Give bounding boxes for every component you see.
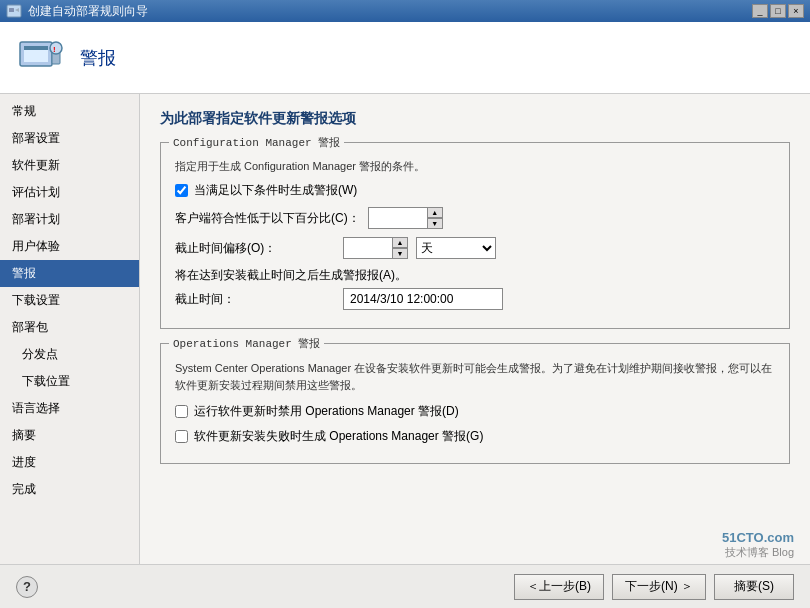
ops-group-desc: System Center Operations Manager 在设备安装软件…: [175, 360, 775, 393]
close-button[interactable]: ×: [788, 4, 804, 18]
content-area: 常规 部署设置 软件更新 评估计划 部署计划 用户体验 警报 下载设置 部署包 …: [0, 94, 810, 564]
generate-after-row: 将在达到安装截止时间之后生成警报报(A)。: [175, 267, 775, 284]
dialog: ! 警报 常规 部署设置 软件更新 评估计划 部署计划 用户体验 警报 下载设置…: [0, 22, 810, 608]
deadline-label: 截止时间：: [175, 291, 335, 308]
svg-rect-1: [9, 8, 14, 12]
client-compliance-input[interactable]: 90: [368, 207, 428, 229]
deadline-offset-input[interactable]: 7: [343, 237, 393, 259]
summary-button[interactable]: 摘要(S): [714, 574, 794, 600]
nav-eval-plan[interactable]: 评估计划: [0, 179, 139, 206]
next-button[interactable]: 下一步(N) ＞: [612, 574, 706, 600]
dialog-header: ! 警报: [0, 22, 810, 94]
header-icon: !: [16, 34, 64, 82]
nav-user-experience[interactable]: 用户体验: [0, 233, 139, 260]
ops-disable-label: 运行软件更新时禁用 Operations Manager 警报(D): [194, 403, 459, 420]
right-panel: 为此部署指定软件更新警报选项 Configuration Manager 警报 …: [140, 94, 810, 564]
nav-software-updates[interactable]: 软件更新: [0, 152, 139, 179]
title-bar-buttons: _ □ ×: [752, 4, 804, 18]
footer-right: ＜上一步(B) 下一步(N) ＞ 摘要(S): [514, 574, 794, 600]
deadline-offset-row: 截止时间偏移(O)： 7 ▲ ▼ 天 小时: [175, 237, 775, 259]
deadline-offset-spinner-btns: ▲ ▼: [392, 237, 408, 259]
ops-checkbox1-row: 运行软件更新时禁用 Operations Manager 警报(D): [175, 403, 775, 420]
title-bar-title: 创建自动部署规则向导: [28, 3, 148, 20]
cm-alert-group: Configuration Manager 警报 指定用于生成 Configur…: [160, 142, 790, 329]
deadline-offset-spinner: 7 ▲ ▼: [343, 237, 408, 259]
svg-rect-4: [24, 46, 48, 50]
cm-generate-checkbox[interactable]: [175, 184, 188, 197]
deadline-offset-up[interactable]: ▲: [392, 237, 408, 248]
dialog-footer: ? ＜上一步(B) 下一步(N) ＞ 摘要(S): [0, 564, 810, 608]
ops-alert-group: Operations Manager 警报 System Center Oper…: [160, 343, 790, 464]
nav-alerts[interactable]: 警报: [0, 260, 139, 287]
nav-distribution-points[interactable]: 分发点: [0, 341, 139, 368]
back-button[interactable]: ＜上一步(B): [514, 574, 604, 600]
ops-generate-on-fail-checkbox[interactable]: [175, 430, 188, 443]
wizard-icon: [6, 3, 22, 19]
nav-deploy-plan[interactable]: 部署计划: [0, 206, 139, 233]
nav-deploy-package[interactable]: 部署包: [0, 314, 139, 341]
nav-deploy-settings[interactable]: 部署设置: [0, 125, 139, 152]
deadline-datetime: 2014/3/10 12:00:00: [343, 288, 503, 310]
cm-generate-label: 当满足以下条件时生成警报(W): [194, 182, 357, 199]
client-compliance-up[interactable]: ▲: [427, 207, 443, 218]
cm-group-desc: 指定用于生成 Configuration Manager 警报的条件。: [175, 159, 775, 174]
cm-checkbox-row: 当满足以下条件时生成警报(W): [175, 182, 775, 199]
header-title: 警报: [80, 46, 116, 70]
cm-group-title: Configuration Manager 警报: [169, 135, 344, 150]
title-bar: 创建自动部署规则向导 _ □ ×: [0, 0, 810, 22]
client-compliance-label: 客户端符合性低于以下百分比(C)：: [175, 210, 360, 227]
nav-progress[interactable]: 进度: [0, 449, 139, 476]
help-button[interactable]: ?: [16, 576, 38, 598]
panel-title: 为此部署指定软件更新警报选项: [160, 110, 790, 128]
deadline-value-row: 截止时间： 2014/3/10 12:00:00: [175, 288, 775, 310]
client-compliance-spinner-btns: ▲ ▼: [427, 207, 443, 229]
ops-checkbox2-row: 软件更新安装失败时生成 Operations Manager 警报(G): [175, 428, 775, 445]
nav-general[interactable]: 常规: [0, 98, 139, 125]
generate-after-label: 将在达到安装截止时间之后生成警报报(A)。: [175, 267, 407, 284]
client-compliance-row: 客户端符合性低于以下百分比(C)： 90 ▲ ▼: [175, 207, 775, 229]
ops-group-content: System Center Operations Manager 在设备安装软件…: [175, 360, 775, 445]
nav-summary[interactable]: 摘要: [0, 422, 139, 449]
deadline-offset-down[interactable]: ▼: [392, 248, 408, 259]
svg-point-6: [50, 42, 62, 54]
svg-text:!: !: [53, 45, 56, 54]
client-compliance-spinner: 90 ▲ ▼: [368, 207, 443, 229]
client-compliance-down[interactable]: ▼: [427, 218, 443, 229]
maximize-button[interactable]: □: [770, 4, 786, 18]
deadline-offset-unit-select[interactable]: 天 小时: [416, 237, 496, 259]
nav-complete[interactable]: 完成: [0, 476, 139, 503]
ops-group-title: Operations Manager 警报: [169, 336, 324, 351]
nav-download-settings[interactable]: 下载设置: [0, 287, 139, 314]
ops-disable-checkbox[interactable]: [175, 405, 188, 418]
cm-group-content: 指定用于生成 Configuration Manager 警报的条件。 当满足以…: [175, 159, 775, 310]
title-bar-left: 创建自动部署规则向导: [6, 3, 148, 20]
nav-download-location[interactable]: 下载位置: [0, 368, 139, 395]
ops-generate-on-fail-label: 软件更新安装失败时生成 Operations Manager 警报(G): [194, 428, 483, 445]
left-nav: 常规 部署设置 软件更新 评估计划 部署计划 用户体验 警报 下载设置 部署包 …: [0, 94, 140, 564]
deadline-offset-label: 截止时间偏移(O)：: [175, 240, 335, 257]
nav-language[interactable]: 语言选择: [0, 395, 139, 422]
footer-left: ?: [16, 576, 38, 598]
minimize-button[interactable]: _: [752, 4, 768, 18]
